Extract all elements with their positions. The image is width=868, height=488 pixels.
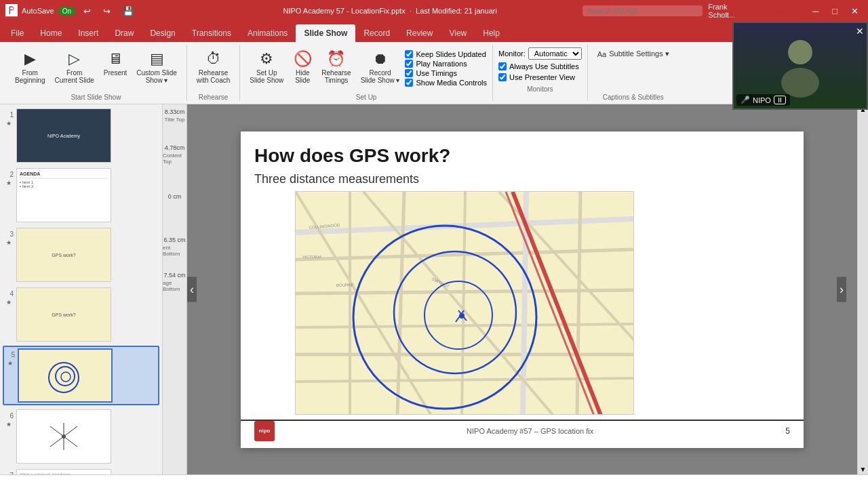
slide-thumb-7[interactable]: 7 ★ What is returned: coordinate [3, 468, 159, 474]
tab-file[interactable]: File [3, 24, 32, 42]
notes-bar[interactable]: Click to add notes [0, 474, 868, 488]
tab-help[interactable]: Help [475, 24, 508, 42]
tab-view[interactable]: View [441, 24, 475, 42]
prev-slide-btn[interactable]: ‹ [187, 277, 197, 302]
star-5: ★ [7, 360, 13, 367]
autosave-badge[interactable]: On [58, 7, 75, 16]
undo-btn[interactable]: ↩ [79, 5, 95, 18]
tab-draw[interactable]: Draw [106, 24, 142, 42]
tab-insert[interactable]: Insert [70, 24, 106, 42]
from-beginning-icon: ▶ [24, 50, 36, 68]
subtitle-settings-btn[interactable]: Aa Subtitle Settings ▾ [593, 47, 673, 60]
show-media-check[interactable]: Show Media Controls [405, 79, 487, 87]
hide-slide-btn[interactable]: 🚫 HideSlide [289, 47, 316, 87]
setup-buttons: ⚙ Set UpSlide Show 🚫 HideSlide ⏰ Rehears… [245, 47, 403, 87]
save-btn[interactable]: 💾 [119, 5, 138, 18]
tab-review[interactable]: Review [398, 24, 441, 42]
svg-text:BOURKE: BOURKE [336, 283, 354, 287]
slide-thumb-4[interactable]: 4 ★ GPS work? [3, 286, 159, 343]
svg-point-1 [781, 68, 819, 98]
hide-icon: 🚫 [294, 50, 312, 68]
slide-editor: ‹ How does GPS work? Three distance meas… [187, 104, 857, 474]
webcam-close-btn[interactable]: ✕ [856, 26, 864, 37]
svg-text:VICTORIA: VICTORIA [302, 255, 321, 259]
webcam-indicator[interactable]: ⏸ [774, 96, 786, 104]
slide-preview-6 [16, 409, 111, 464]
tab-record[interactable]: Record [355, 24, 398, 42]
rehearse-coach-btn[interactable]: ⏱ Rehearsewith Coach [193, 47, 234, 87]
rehearse-buttons: ⏱ Rehearsewith Coach [193, 45, 234, 92]
person-silhouette [766, 32, 834, 100]
main-area: 1 ★ NIPO Academy 2 ★ AGENDA • Item 1 • I… [0, 104, 868, 474]
close-btn[interactable]: ✕ [847, 5, 863, 18]
setup-slideshow-btn[interactable]: ⚙ Set UpSlide Show [245, 47, 288, 87]
tab-slideshow[interactable]: Slide Show [296, 24, 355, 42]
custom-show-btn[interactable]: ▤ Custom SlideShow ▾ [132, 47, 180, 87]
app-logo: 🅿 [5, 4, 18, 18]
ruler-478: 4.78cm [165, 144, 185, 151]
play-narrations-check[interactable]: Play Narrations [405, 60, 487, 68]
slide-thumb-1[interactable]: 1 ★ NIPO Academy [3, 107, 159, 164]
webcam-label: 🎤 NIPO ⏸ [736, 94, 790, 106]
minimize-btn[interactable]: ─ [808, 5, 823, 18]
slide-preview-4: GPS work? [16, 287, 111, 342]
slide-thumb-2[interactable]: 2 ★ AGENDA • Item 1 • Item 2 [3, 167, 159, 224]
filename: NIPO Academy 57 - LocationFix.pptx [283, 7, 405, 15]
slide-thumb-5[interactable]: 5 ★ [3, 346, 159, 405]
star-6: ★ [6, 421, 12, 428]
group-start-slideshow: ▶ FromBeginning ▷ FromCurrent Slide 🖥 Pr… [5, 45, 187, 101]
next-slide-btn[interactable]: › [837, 277, 846, 302]
presenter-view-check[interactable]: Use Presenter View [498, 73, 582, 81]
svg-point-11 [62, 434, 66, 439]
maximize-btn[interactable]: □ [828, 5, 842, 18]
tab-transitions[interactable]: Transitions [184, 24, 239, 42]
ruler-title-top: Title Top [165, 117, 185, 123]
keep-updated-check[interactable]: Keep Slides Updated [405, 50, 487, 58]
search-input[interactable] [583, 5, 703, 16]
slide-num-2: 2 [4, 171, 14, 178]
slide-thumb-6[interactable]: 6 ★ [3, 408, 159, 465]
slide-num-1: 1 [4, 111, 14, 119]
tab-design[interactable]: Design [142, 24, 183, 42]
slide-preview-2: AGENDA • Item 1 • Item 2 [16, 168, 111, 222]
svg-line-8 [64, 436, 77, 447]
svg-line-15 [296, 324, 634, 327]
footer-page: 5 [785, 426, 790, 436]
subtitles-check[interactable]: Always Use Subtitles [498, 62, 582, 70]
use-timings-check[interactable]: Use Timings [405, 69, 487, 77]
tab-animations[interactable]: Animations [239, 24, 296, 42]
user-name: Frank Scholt... [708, 3, 750, 19]
svg-point-3 [56, 367, 75, 386]
captions-buttons: Aa Subtitle Settings ▾ [593, 45, 673, 92]
rehearse-timings-btn[interactable]: ⏰ RehearseTimings [317, 47, 355, 87]
subtitle-icon: Aa [597, 50, 606, 58]
from-beginning-btn[interactable]: ▶ FromBeginning [11, 47, 49, 87]
slide-num-3: 3 [4, 230, 14, 238]
ruler-age-bottom: age Bottom [163, 280, 186, 292]
timings-icon: ⏰ [327, 50, 345, 68]
ruler-0: 0 cm [168, 193, 182, 200]
slide-canvas: How does GPS work? Three distance measur… [241, 131, 804, 448]
present-btn[interactable]: 🖥 Present [100, 47, 131, 79]
svg-line-7 [50, 436, 64, 447]
tab-home[interactable]: Home [32, 24, 70, 42]
slide-thumb-3[interactable]: 3 ★ GPS work? [3, 226, 159, 283]
ruler-content-top: Content Top [163, 152, 186, 165]
slide-preview-1: NIPO Academy [16, 108, 111, 163]
ruler-area: 8.33cm Title Top 4.78cm Content Top 0 cm… [163, 104, 187, 474]
group-monitors-label: Monitors [498, 85, 582, 93]
record-slideshow-btn[interactable]: ⏺ RecordSlide Show ▾ [357, 47, 404, 87]
ruler-754: 7.54 cm [163, 272, 185, 279]
star-3: ★ [6, 239, 12, 246]
group-monitors: Monitor: Automatic Always Use Subtitles … [493, 45, 588, 101]
redo-btn[interactable]: ↪ [99, 5, 115, 18]
rehearse-coach-icon: ⏱ [206, 50, 221, 68]
monitor-select[interactable]: Automatic [528, 47, 582, 60]
from-current-btn[interactable]: ▷ FromCurrent Slide [50, 47, 98, 87]
scroll-down[interactable]: ▼ [859, 464, 868, 474]
title-bar-left: 🅿 AutoSave On ↩ ↪ 💾 [5, 4, 198, 18]
scroll-right[interactable]: ▲ ▼ [857, 104, 868, 474]
record-button-title[interactable]: Record [756, 3, 803, 18]
setup-checkboxes: Keep Slides Updated Play Narrations Use … [405, 47, 487, 89]
title-bar: 🅿 AutoSave On ↩ ↪ 💾 NIPO Academy 57 - Lo… [0, 0, 868, 22]
